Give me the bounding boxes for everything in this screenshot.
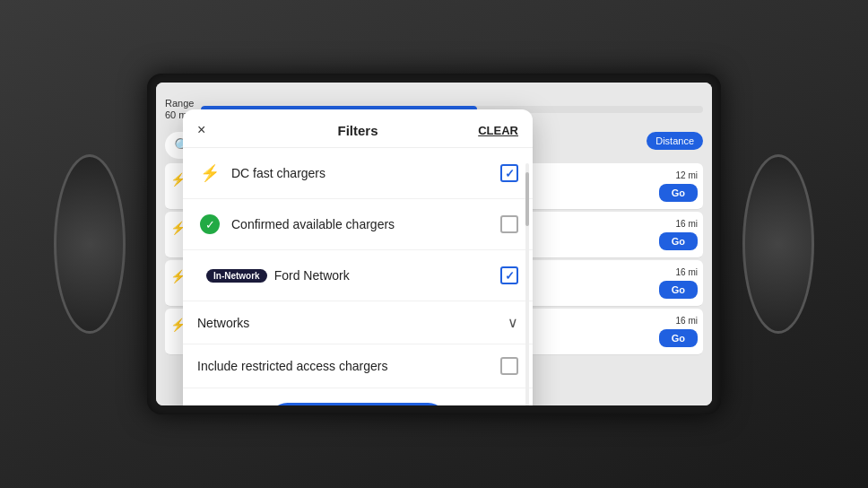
list-item-right: 16 mi Go [659, 219, 698, 250]
dc-fast-checkbox[interactable] [500, 164, 518, 182]
filter-item-confirmed[interactable]: ✓ Confirmed available chargers [183, 199, 533, 250]
dc-fast-icon: ⚡ [197, 161, 222, 186]
filter-list: ⚡ DC fast chargers ✓ Confirmed available… [183, 148, 533, 388]
confirmed-checkbox[interactable] [500, 215, 518, 233]
apply-button[interactable]: Apply 2 Filters [268, 403, 447, 405]
restricted-label: Include restricted access chargers [197, 359, 491, 373]
filter-item-restricted[interactable]: Include restricted access chargers [183, 344, 533, 388]
left-vent [54, 154, 126, 334]
confirmed-icon: ✓ [197, 212, 222, 237]
clear-button[interactable]: CLEAR [478, 124, 518, 137]
filter-item-dc-fast[interactable]: ⚡ DC fast chargers [183, 148, 533, 199]
filter-modal: × Filters CLEAR ⚡ DC fast chargers [183, 109, 533, 405]
go-button[interactable]: Go [659, 232, 698, 250]
screen-bezel: Range 60 mi 🔍 Searc Distance [147, 74, 721, 414]
ford-network-label: Ford Network [274, 268, 350, 283]
networks-label: Networks [197, 316, 508, 330]
in-network-group: In-Network Ford Network [206, 268, 491, 283]
screen: Range 60 mi 🔍 Searc Distance [156, 83, 712, 405]
car-interior: Range 60 mi 🔍 Searc Distance [0, 0, 868, 488]
list-item-right: 16 mi Go [659, 316, 698, 347]
filter-title: Filters [337, 123, 378, 138]
networks-row[interactable]: Networks ∨ [183, 301, 533, 344]
in-network-checkbox[interactable] [500, 266, 518, 284]
dc-fast-label: DC fast chargers [231, 166, 491, 180]
go-button[interactable]: Go [659, 184, 698, 202]
scroll-bar [525, 163, 529, 405]
chevron-down-icon: ∨ [508, 314, 518, 331]
close-button[interactable]: × [197, 122, 219, 138]
in-network-badge: In-Network [206, 269, 267, 283]
right-vent [742, 154, 814, 334]
list-item-right: 12 mi Go [659, 170, 698, 202]
filter-item-in-network[interactable]: In-Network Ford Network [183, 250, 533, 301]
go-button[interactable]: Go [659, 329, 698, 347]
restricted-checkbox[interactable] [500, 357, 518, 375]
confirmed-label: Confirmed available chargers [231, 217, 491, 231]
go-button[interactable]: Go [659, 281, 698, 299]
distance-tab[interactable]: Distance [647, 132, 703, 150]
apply-btn-area: Apply 2 Filters [183, 388, 533, 405]
filter-header: × Filters CLEAR [183, 109, 533, 148]
list-item-right: 16 mi Go [659, 267, 698, 299]
scroll-thumb [525, 172, 529, 226]
